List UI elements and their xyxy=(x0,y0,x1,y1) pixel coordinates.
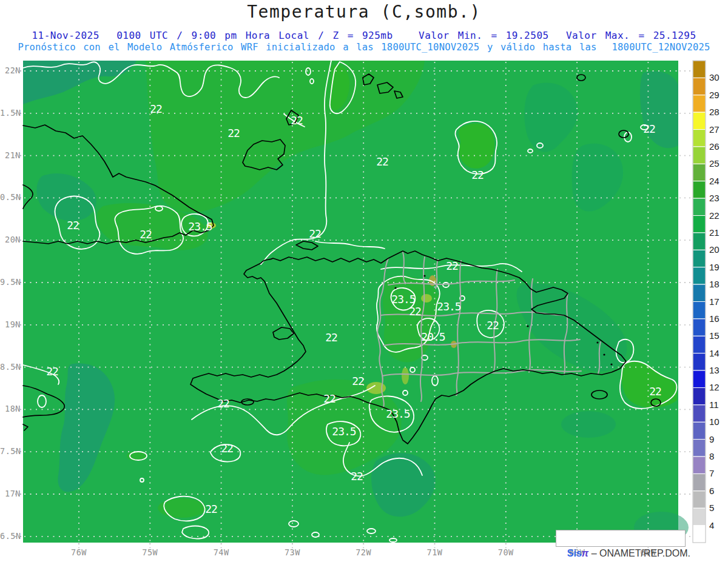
contour-label: 22 xyxy=(205,503,217,515)
contour-label: 22 xyxy=(409,305,421,318)
lat-tick-label: 17N xyxy=(0,489,21,498)
contour-label: 23.5 xyxy=(188,220,212,233)
contour-label: 22 xyxy=(323,392,335,405)
contour-label: 22 xyxy=(46,365,58,378)
colorbar-tick-label: 21 xyxy=(709,227,720,238)
contour-label: 22 xyxy=(643,122,655,135)
contour-label: 22 xyxy=(228,127,240,139)
lat-tick-label: 21N xyxy=(0,150,21,160)
colorbar-tick-label: 14 xyxy=(709,348,720,358)
contour-label: 23.5 xyxy=(391,293,416,306)
contour-label: 22 xyxy=(351,470,363,483)
colorbar-tick-label: 10 xyxy=(709,416,720,427)
colorbar-tick-label: 19 xyxy=(709,262,720,272)
colorbar-tick-label: 9 xyxy=(709,434,714,444)
colorbar-tick-label: 5 xyxy=(709,503,714,513)
colorbar-tick-label: 30 xyxy=(709,72,720,82)
colorbar-tick-label: 6 xyxy=(709,486,714,496)
temperature-colorbar: 3029282726252423222120191817161514131211… xyxy=(693,61,720,543)
contour-label: 22 xyxy=(649,385,661,398)
colorbar-tick-label: 16 xyxy=(709,313,720,324)
lon-tick-label: 76W xyxy=(66,547,92,557)
lat-tick-label: 0.5N xyxy=(0,192,21,202)
colorbar-tick-label: 26 xyxy=(709,141,720,152)
colorbar-tick-label: 22 xyxy=(709,210,720,221)
watermark-org: ONAMET/REP.DOM. xyxy=(599,548,690,558)
lon-tick-label: 70W xyxy=(493,547,519,557)
lon-tick-label: 74W xyxy=(208,547,235,557)
lat-tick-label: 7.5N xyxy=(0,446,21,456)
contour-label: 22 xyxy=(471,169,484,181)
watermark-sispi-onamet: Sisπ – ONAMET/REP.DOM. xyxy=(556,530,686,547)
wrf-temperature-map-page: Temperatura (C,somb.) 11-Nov-2025 0100 U… xyxy=(0,0,728,562)
colorbar-tick-label: 17 xyxy=(709,296,720,307)
lat-tick-label: 8.5N xyxy=(0,362,21,372)
colorbar-tick-label: 20 xyxy=(709,244,720,255)
contour-label: 22 xyxy=(487,319,499,332)
colorbar-tick-label: 29 xyxy=(709,90,720,100)
contour-label: 22 xyxy=(309,227,321,240)
colorbar-tick-label: 27 xyxy=(709,124,720,135)
contour-label: 20.5 xyxy=(421,330,445,343)
colorbar-tick-label: 13 xyxy=(709,365,720,375)
lat-tick-label: 19N xyxy=(0,319,21,329)
contour-label: 23.5 xyxy=(437,300,461,313)
pi-icon: π xyxy=(582,548,588,558)
contour-label: 22 xyxy=(140,228,152,241)
contour-label: 22 xyxy=(217,397,229,410)
lat-tick-label: 20N xyxy=(0,235,21,244)
colorbar-tick-label: 8 xyxy=(709,451,714,461)
lon-tick-label: 75W xyxy=(136,547,163,557)
contour-label: 22 xyxy=(352,375,364,387)
contour-label: 22 xyxy=(446,259,458,272)
contour-label: 22 xyxy=(150,102,162,115)
lat-tick-label: 18N xyxy=(0,404,21,413)
colorbar-tick-label: 28 xyxy=(709,107,720,117)
lon-tick-label: 71W xyxy=(422,547,448,557)
colorbar-tick-label: 24 xyxy=(709,176,720,186)
contour-label: 23.5 xyxy=(386,407,410,420)
colorbar-tick-label: 11 xyxy=(709,400,719,410)
lon-tick-label: 72W xyxy=(350,547,377,557)
colorbar-tick-label: 18 xyxy=(709,279,720,289)
colorbar-tick-label: 12 xyxy=(709,382,720,392)
contour-label: 22 xyxy=(325,331,337,344)
colorbar-tick-label: 7 xyxy=(709,468,714,478)
colorbar-tick-label: 15 xyxy=(709,330,720,341)
watermark-dash: – xyxy=(588,548,599,558)
contour-label: 23.5 xyxy=(332,425,356,438)
lat-tick-label: 6.5N xyxy=(0,531,21,541)
contour-label: 22 xyxy=(291,114,303,127)
temperature-map: 222222222222222223.5222223.523.52220.522… xyxy=(0,0,728,562)
lat-tick-label: 22N xyxy=(0,65,21,75)
contour-label: 22 xyxy=(376,155,388,168)
lon-tick-label: 73W xyxy=(279,547,306,557)
contour-label: 22 xyxy=(221,442,233,455)
lat-tick-label: 1.5N xyxy=(0,108,21,118)
lat-tick-label: 9.5N xyxy=(0,277,21,287)
sispi-logo-text: Sis xyxy=(567,548,582,558)
colorbar-tick-label: 25 xyxy=(709,158,720,169)
colorbar-tick-label: 4 xyxy=(709,520,714,530)
colorbar-tick-label: 23 xyxy=(709,193,720,203)
contour-label: 22 xyxy=(67,219,79,232)
